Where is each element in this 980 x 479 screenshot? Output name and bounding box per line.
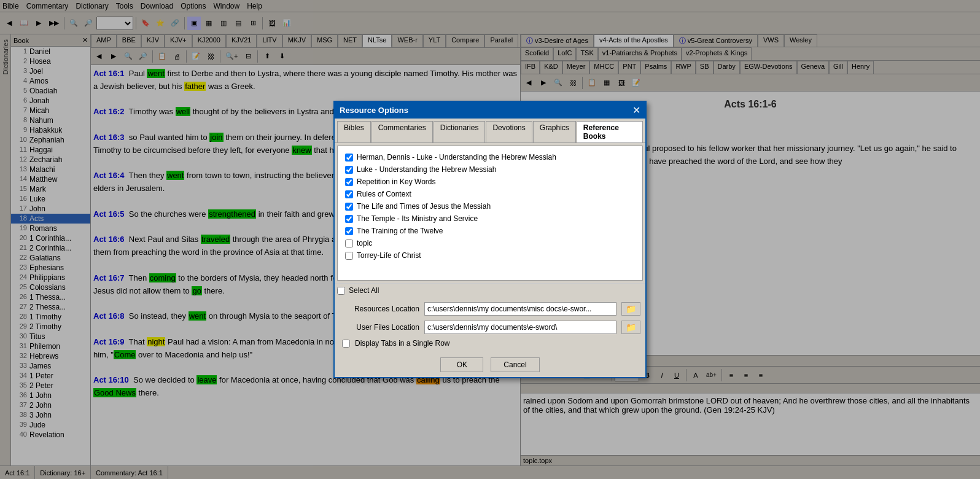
dialog-title-bar: Resource Options ✕ xyxy=(335,102,645,119)
item-checkbox[interactable] xyxy=(345,227,353,235)
item-checkbox[interactable] xyxy=(345,178,353,186)
display-tabs-label[interactable]: Display Tabs in a Single Row xyxy=(355,339,450,348)
resources-location-input[interactable] xyxy=(424,302,616,316)
dialog-footer: Resources Location 📁 User Files Location… xyxy=(335,297,645,352)
item-label: topic xyxy=(357,239,372,247)
dialog-item[interactable]: Repetition in Key Words xyxy=(343,176,637,188)
user-files-input[interactable] xyxy=(424,321,616,334)
dialog-item[interactable]: Luke - Understanding the Hebrew Messiah xyxy=(343,163,637,176)
dialog-item[interactable]: Rules of Context xyxy=(343,188,637,200)
item-label: Repetition in Key Words xyxy=(357,177,436,186)
dialog-cancel-button[interactable]: Cancel xyxy=(491,357,539,372)
user-files-label: User Files Location xyxy=(340,323,419,332)
display-tabs-row: Display Tabs in a Single Row xyxy=(340,339,640,348)
dialog-buttons: OK Cancel xyxy=(335,352,645,377)
resources-location-row: Resources Location 📁 xyxy=(340,302,640,316)
dialog-close-button[interactable]: ✕ xyxy=(632,104,640,116)
resource-options-dialog: Resource Options ✕ BiblesCommentariesDic… xyxy=(333,101,647,378)
item-label: Rules of Context xyxy=(357,190,411,198)
dialog-tabs: BiblesCommentariesDictionariesDevotionsG… xyxy=(335,119,645,143)
user-files-row: User Files Location 📁 xyxy=(340,321,640,334)
select-all-label[interactable]: Select All xyxy=(349,286,379,295)
item-checkbox[interactable] xyxy=(345,252,353,260)
dialog-item[interactable]: The Life and Times of Jesus the Messiah xyxy=(343,200,637,212)
item-checkbox[interactable] xyxy=(345,240,353,247)
item-checkbox[interactable] xyxy=(345,166,353,174)
select-all-row: Select All xyxy=(335,283,645,297)
item-checkbox[interactable] xyxy=(345,154,353,162)
dialog-item[interactable]: The Temple - Its Ministry and Service xyxy=(343,212,637,225)
dialog-content: Herman, Dennis - Luke - Understanding th… xyxy=(337,146,643,281)
dialog-item[interactable]: topic xyxy=(343,237,637,249)
item-label: The Training of the Twelve xyxy=(357,227,443,235)
item-checkbox[interactable] xyxy=(345,203,353,211)
item-label: The Life and Times of Jesus the Messiah xyxy=(357,202,491,211)
dialog-tab-devotions[interactable]: Devotions xyxy=(486,121,532,142)
user-files-folder-button[interactable]: 📁 xyxy=(621,321,640,334)
dialog-ok-button[interactable]: OK xyxy=(440,357,483,372)
item-checkbox[interactable] xyxy=(345,190,353,198)
item-label: Torrey-Life of Christ xyxy=(357,251,421,260)
resources-folder-button[interactable]: 📁 xyxy=(621,302,640,316)
dialog-tab-commentaries[interactable]: Commentaries xyxy=(371,121,433,142)
select-all-checkbox[interactable] xyxy=(337,287,345,295)
resources-location-label: Resources Location xyxy=(340,305,419,313)
item-label: Luke - Understanding the Hebrew Messiah xyxy=(357,165,496,174)
dialog-item[interactable]: Torrey-Life of Christ xyxy=(343,249,637,262)
dialog-tab-dictionaries[interactable]: Dictionaries xyxy=(434,121,486,142)
dialog-item[interactable]: The Training of the Twelve xyxy=(343,225,637,237)
dialog-title-text: Resource Options xyxy=(340,106,408,115)
item-label: Herman, Dennis - Luke - Understanding th… xyxy=(357,153,556,162)
dialog-tab-reference-books[interactable]: Reference Books xyxy=(577,121,643,142)
display-tabs-checkbox[interactable] xyxy=(342,340,350,348)
item-checkbox[interactable] xyxy=(345,215,353,223)
dialog-item[interactable]: Herman, Dennis - Luke - Understanding th… xyxy=(343,151,637,163)
item-label: The Temple - Its Ministry and Service xyxy=(357,214,478,223)
dialog-tab-bibles[interactable]: Bibles xyxy=(337,121,371,142)
dialog-overlay: Resource Options ✕ BiblesCommentariesDic… xyxy=(0,0,980,479)
dialog-tab-graphics[interactable]: Graphics xyxy=(533,121,576,142)
